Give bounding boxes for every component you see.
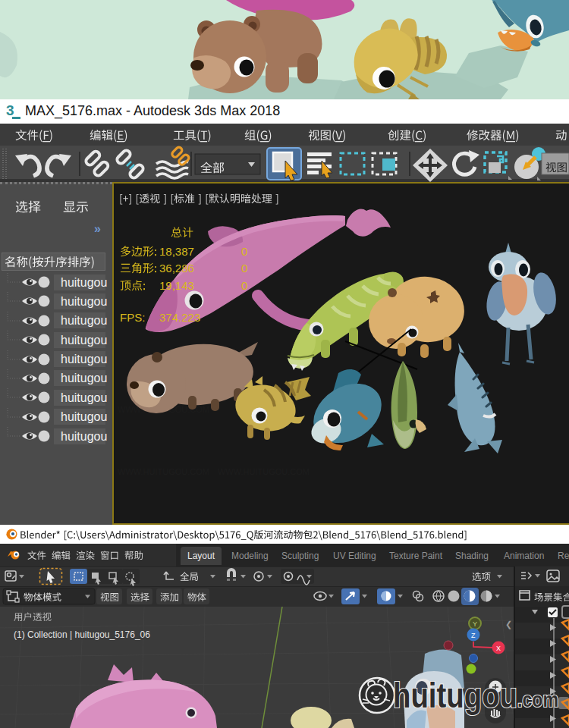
svg-text:WWW.HUITUGOU.COM WWW.HUITUGOU.: WWW.HUITUGOU.COM WWW.HUITUGOU.COM (118, 467, 310, 476)
svg-text:.com: .com (517, 689, 558, 711)
svg-text:3: 3 (6, 102, 14, 118)
svg-text:huitugou: huitugou (393, 676, 517, 715)
svg-text:huitugou: huitugou (61, 410, 107, 423)
svg-text:huitugou: huitugou (61, 353, 107, 366)
svg-text:huitugou: huitugou (61, 314, 107, 327)
svg-text:huitugou: huitugou (61, 391, 107, 404)
svg-text:huitugou: huitugou (61, 295, 107, 308)
svg-text:huitugou: huitugou (61, 276, 107, 289)
svg-text:huitugou: huitugou (61, 372, 107, 384)
svg-text:huitugou: huitugou (61, 430, 107, 443)
svg-text:huitugou: huitugou (61, 334, 107, 347)
